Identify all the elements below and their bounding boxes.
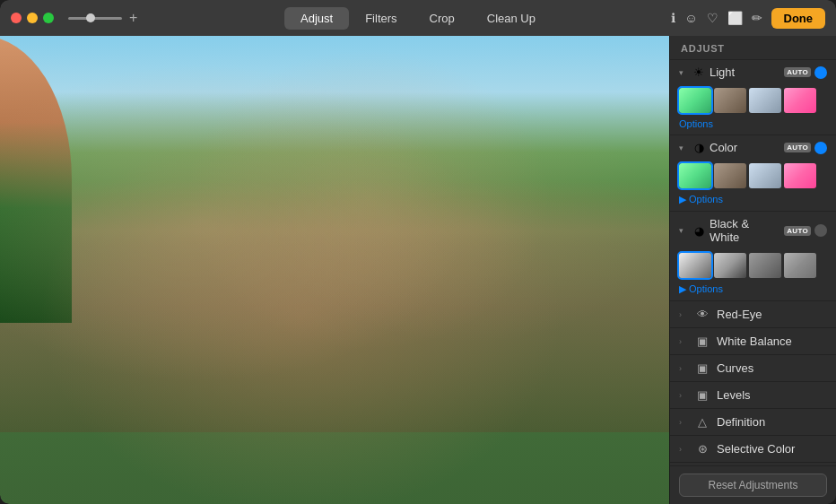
close-button[interactable] [11, 13, 22, 23]
reset-adjustments-button[interactable]: Reset Adjustments [679, 474, 827, 497]
maximize-button[interactable] [43, 13, 54, 23]
color-icon: ◑ [692, 141, 706, 154]
thumb-color-4[interactable] [784, 163, 816, 188]
thumb-light-2[interactable] [714, 88, 746, 113]
chevron-down-icon-color: ▾ [679, 143, 688, 152]
photo-area [0, 36, 669, 504]
color-thumbnails [670, 160, 836, 192]
main-window: + Adjust Filters Crop Clean Up ℹ ☺ ♡ ⬜ ✏… [0, 0, 836, 504]
thumb-bw-2[interactable] [714, 253, 746, 278]
panel-scroll[interactable]: ▾ ☀ Light AUTO Options [670, 60, 836, 465]
thumb-bw-4[interactable] [784, 253, 816, 278]
tab-cleanup[interactable]: Clean Up [471, 7, 552, 30]
thumb-light-3[interactable] [749, 88, 781, 113]
color-label: Color [710, 141, 780, 154]
auto-badge-light[interactable]: AUTO [784, 67, 811, 77]
reset-container: Reset Adjustments [670, 465, 836, 504]
panel-header: ADJUST [670, 36, 836, 60]
bw-icon: ◕ [692, 224, 706, 238]
slider-track [68, 17, 122, 20]
chevron-right-icon-levels: › [679, 391, 688, 400]
minimize-button[interactable] [27, 13, 38, 23]
main-content: ADJUST ▾ ☀ Light AUTO [0, 36, 836, 504]
chevron-right-icon-curves: › [679, 364, 688, 373]
bw-label: Black & White [710, 217, 780, 244]
item-selectivecolor[interactable]: › ⊛ Selective Color [670, 436, 836, 463]
color-options[interactable]: ▶ Options [670, 192, 836, 211]
redeye-icon: 👁 [695, 308, 710, 321]
tab-filters[interactable]: Filters [349, 7, 413, 30]
zoom-slider[interactable] [68, 17, 122, 20]
thumb-color-1[interactable] [679, 163, 711, 188]
redeye-label: Red-Eye [717, 308, 827, 321]
section-color: ▾ ◑ Color AUTO ▶ Options [670, 135, 836, 212]
light-options[interactable]: Options [670, 117, 836, 135]
item-curves[interactable]: › ▣ Curves [670, 355, 836, 382]
emoji-icon[interactable]: ☺ [684, 11, 697, 25]
photo-image [0, 36, 669, 504]
tab-adjust[interactable]: Adjust [284, 7, 349, 30]
bw-toggle[interactable] [814, 224, 827, 237]
section-light: ▾ ☀ Light AUTO Options [670, 60, 836, 135]
thumb-light-1[interactable] [679, 88, 711, 113]
photo-canvas [0, 36, 669, 504]
section-color-header[interactable]: ▾ ◑ Color AUTO [670, 135, 836, 160]
thumb-bw-3[interactable] [749, 253, 781, 278]
chevron-down-icon-bw: ▾ [679, 226, 688, 235]
chevron-down-icon: ▾ [679, 68, 688, 77]
thumb-color-2[interactable] [714, 163, 746, 188]
curves-label: Curves [717, 361, 827, 375]
light-label: Light [710, 65, 780, 79]
chevron-right-icon-sc: › [679, 445, 688, 454]
titlebar-right: ℹ ☺ ♡ ⬜ ✏ Done [671, 8, 825, 29]
heart-icon[interactable]: ♡ [707, 11, 718, 25]
item-definition[interactable]: › △ Definition [670, 409, 836, 436]
light-thumbnails [670, 84, 836, 117]
item-redeye[interactable]: › 👁 Red-Eye [670, 301, 836, 328]
add-icon[interactable]: + [129, 10, 137, 26]
slider-thumb [86, 13, 95, 22]
done-button[interactable]: Done [771, 8, 826, 29]
share-icon[interactable]: ⬜ [727, 11, 743, 25]
info-icon[interactable]: ℹ [671, 11, 675, 25]
thumb-bw-1[interactable] [679, 253, 711, 278]
thumb-color-3[interactable] [749, 163, 781, 188]
chevron-right-icon-def: › [679, 418, 688, 427]
item-whitebalance[interactable]: › ▣ White Balance [670, 328, 836, 355]
bw-thumbnails [670, 249, 836, 282]
selectivecolor-label: Selective Color [717, 442, 827, 456]
definition-label: Definition [717, 415, 827, 429]
adjust-panel: ADJUST ▾ ☀ Light AUTO [669, 36, 836, 504]
color-toggle[interactable] [814, 142, 827, 154]
levels-icon: ▣ [695, 388, 710, 402]
curves-icon: ▣ [695, 361, 710, 375]
item-levels[interactable]: › ▣ Levels [670, 382, 836, 409]
titlebar: + Adjust Filters Crop Clean Up ℹ ☺ ♡ ⬜ ✏… [0, 0, 836, 36]
section-light-header[interactable]: ▾ ☀ Light AUTO [670, 60, 836, 84]
nav-tabs: Adjust Filters Crop Clean Up [284, 7, 552, 30]
photo-overlay [0, 36, 669, 504]
light-icon: ☀ [692, 65, 706, 79]
section-bw: ▾ ◕ Black & White AUTO ▶ Options [670, 212, 836, 301]
chevron-right-icon-wb: › [679, 337, 688, 346]
whitebalance-icon: ▣ [695, 335, 710, 348]
tab-crop[interactable]: Crop [414, 7, 471, 30]
auto-badge-color[interactable]: AUTO [784, 143, 811, 152]
chevron-right-icon-redeye: › [679, 310, 688, 319]
definition-icon: △ [695, 415, 710, 429]
traffic-lights [11, 13, 54, 23]
section-bw-header[interactable]: ▾ ◕ Black & White AUTO [670, 212, 836, 249]
whitebalance-label: White Balance [717, 335, 827, 348]
thumb-light-4[interactable] [784, 88, 816, 113]
edit-icon[interactable]: ✏ [752, 11, 762, 25]
light-toggle[interactable] [814, 66, 827, 79]
bw-options[interactable]: ▶ Options [670, 282, 836, 300]
auto-badge-bw[interactable]: AUTO [784, 226, 811, 236]
selectivecolor-icon: ⊛ [695, 442, 710, 456]
levels-label: Levels [717, 388, 827, 402]
